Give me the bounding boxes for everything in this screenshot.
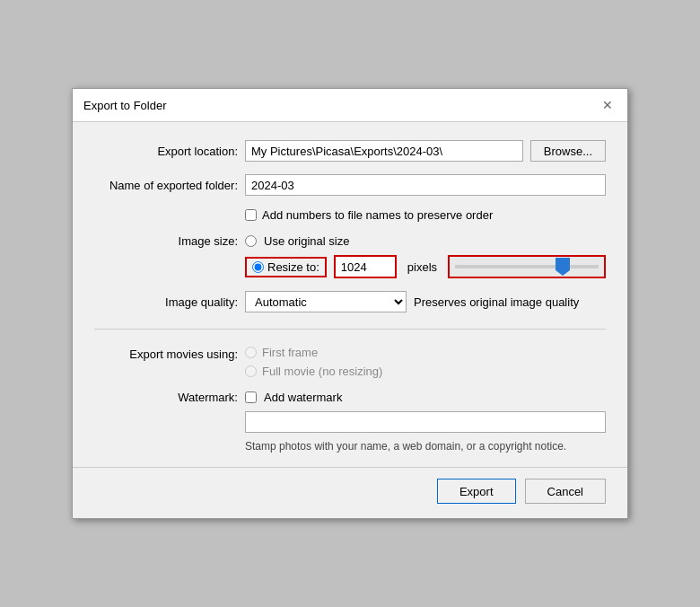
cancel-button[interactable]: Cancel bbox=[525, 479, 606, 504]
folder-name-input[interactable] bbox=[245, 174, 606, 196]
resize-to-row: Resize to: pixels bbox=[94, 255, 606, 278]
image-size-label: Image size: bbox=[94, 234, 238, 248]
quality-description: Preserves original image quality bbox=[414, 295, 579, 309]
image-quality-select[interactable]: Automatic High Medium Low bbox=[245, 291, 407, 312]
first-frame-label: First frame bbox=[262, 346, 318, 359]
image-quality-label: Image quality: bbox=[94, 295, 238, 309]
full-movie-option: Full movie (no resizing) bbox=[245, 365, 382, 378]
browse-button[interactable]: Browse... bbox=[530, 140, 606, 162]
slider-thumb[interactable] bbox=[556, 258, 570, 276]
watermark-checkbox[interactable] bbox=[245, 391, 257, 403]
watermark-section: Watermark: Add watermark Stamp photos wi… bbox=[94, 391, 606, 453]
export-movies-radio-group: First frame Full movie (no resizing) bbox=[245, 346, 382, 378]
add-numbers-label: Add numbers to file names to preserve or… bbox=[262, 208, 493, 222]
use-original-radio[interactable] bbox=[245, 235, 257, 247]
export-location-label: Export location: bbox=[94, 145, 238, 158]
dialog-content: Export location: Browse... Name of expor… bbox=[73, 122, 627, 467]
full-movie-radio[interactable] bbox=[245, 365, 257, 377]
watermark-description: Stamp photos with your name, a web domai… bbox=[94, 440, 606, 453]
slider-container bbox=[448, 255, 606, 278]
title-bar: Export to Folder ✕ bbox=[73, 89, 627, 122]
use-original-label: Use original size bbox=[264, 234, 349, 248]
watermark-input-wrapper bbox=[94, 411, 606, 433]
first-frame-radio[interactable] bbox=[245, 347, 257, 358]
full-movie-label: Full movie (no resizing) bbox=[262, 365, 382, 378]
export-to-folder-dialog: Export to Folder ✕ Export location: Brow… bbox=[72, 88, 628, 519]
folder-name-row: Name of exported folder: bbox=[94, 174, 606, 196]
resize-label-box: Resize to: bbox=[245, 257, 327, 277]
first-frame-option: First frame bbox=[245, 346, 382, 359]
export-location-row: Export location: Browse... bbox=[94, 140, 606, 162]
image-size-section: Image size: Use original size Resize to:… bbox=[94, 234, 606, 278]
dialog-footer: Export Cancel bbox=[73, 467, 627, 518]
dialog-title: Export to Folder bbox=[83, 99, 167, 112]
divider bbox=[94, 329, 606, 330]
watermark-checkbox-label: Add watermark bbox=[264, 391, 342, 404]
export-button[interactable]: Export bbox=[437, 479, 516, 504]
export-location-input[interactable] bbox=[245, 140, 523, 162]
pixels-input[interactable] bbox=[334, 255, 397, 278]
slider-track bbox=[455, 265, 599, 268]
pixels-unit-label: pixels bbox=[407, 260, 437, 274]
close-button[interactable]: ✕ bbox=[599, 96, 617, 114]
watermark-row: Watermark: Add watermark bbox=[94, 391, 606, 404]
image-quality-row: Image quality: Automatic High Medium Low… bbox=[94, 291, 606, 312]
use-original-row: Image size: Use original size bbox=[94, 234, 606, 248]
export-movies-label: Export movies using: bbox=[94, 346, 238, 361]
resize-to-label: Resize to: bbox=[267, 260, 319, 274]
watermark-label: Watermark: bbox=[94, 391, 238, 404]
resize-to-radio[interactable] bbox=[252, 261, 264, 273]
watermark-input[interactable] bbox=[245, 411, 606, 433]
folder-name-label: Name of exported folder: bbox=[94, 179, 238, 192]
export-movies-section: Export movies using: First frame Full mo… bbox=[94, 346, 606, 378]
add-numbers-checkbox[interactable] bbox=[245, 209, 257, 221]
add-numbers-row: Add numbers to file names to preserve or… bbox=[94, 208, 606, 222]
